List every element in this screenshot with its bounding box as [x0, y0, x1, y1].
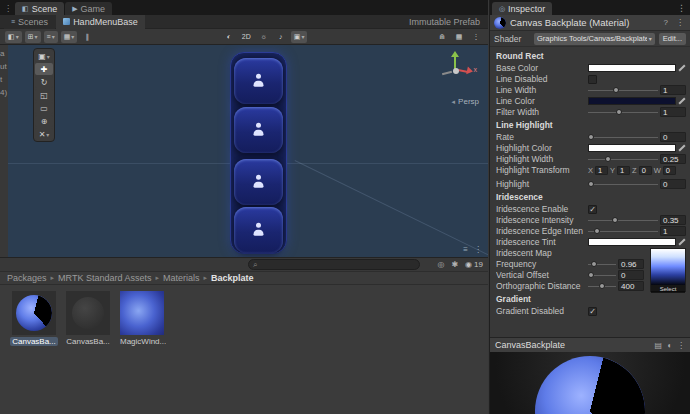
line-disabled-checkbox[interactable]	[588, 75, 597, 84]
tool-settings-button[interactable]: ▣▾	[35, 50, 53, 62]
project-search-input[interactable]: ⌕	[248, 259, 420, 270]
view-options-dropdown[interactable]: ⊞▾	[25, 31, 41, 43]
transform-tool-button[interactable]: ⊕	[35, 115, 53, 127]
transform-z-field[interactable]: 0	[639, 166, 652, 175]
tab-inspector[interactable]: ◎ Inspector	[492, 2, 552, 15]
scene-corner-list-icon[interactable]: ≡	[463, 245, 468, 254]
search-by-label-icon[interactable]: ✱	[451, 260, 458, 269]
asset-item-canvas-backplate[interactable]: CanvasBa...	[10, 291, 58, 414]
asset-item-canvas-backplate-2[interactable]: CanvasBa...	[64, 291, 112, 414]
preview-viewport[interactable]	[490, 352, 690, 414]
hidden-packages-toggle[interactable]: ◉ 19	[465, 260, 483, 269]
tab-scenes[interactable]: ≡ Scenes	[4, 15, 55, 29]
help-icon[interactable]: ?	[662, 18, 670, 27]
eyedropper-icon[interactable]	[678, 97, 686, 105]
rotate-tool-button[interactable]: ↻	[35, 76, 53, 88]
slider-knob[interactable]	[612, 217, 618, 223]
hand-menu-button[interactable]	[234, 58, 283, 104]
eyedropper-icon[interactable]	[678, 238, 686, 246]
filter-width-slider[interactable]	[588, 107, 658, 117]
preview-header[interactable]: CanvasBackplate ▤ ◐ ⋮	[490, 338, 690, 352]
highlight-width-slider[interactable]	[588, 154, 658, 164]
move-tool-button[interactable]: ✚	[35, 63, 53, 75]
slider-knob[interactable]	[594, 228, 600, 234]
tab-game[interactable]: ▶ Game	[65, 2, 112, 15]
layers-dropdown[interactable]: ≡▾	[44, 31, 58, 43]
rect-tool-button[interactable]: ▭	[35, 102, 53, 114]
slider-knob[interactable]	[588, 134, 594, 140]
lighting-toggle[interactable]: ☼	[257, 31, 271, 43]
scene-viewport[interactable]: ▣▾ ✚ ↻ ◱ ▭ ⊕ ✕▾ x ◄ Persp	[8, 45, 488, 257]
custom-tool-dropdown[interactable]: ✕▾	[35, 128, 53, 140]
context-menu-icon[interactable]: ⋮	[674, 18, 686, 27]
breadcrumb-packages[interactable]: Packages	[7, 273, 47, 283]
preview-menu-icon[interactable]: ⋮	[677, 341, 685, 350]
scene-toolbar-menu[interactable]: ⋮	[469, 31, 483, 43]
scene-orientation-gizmo[interactable]: x	[432, 51, 478, 93]
iridescence-edge-slider[interactable]	[588, 226, 658, 236]
inspector-menu-icon[interactable]: ⋮	[677, 3, 690, 15]
transform-w-field[interactable]: 0	[663, 166, 676, 175]
slider-knob[interactable]	[613, 87, 619, 93]
projection-toggle[interactable]: ◄ Persp	[450, 97, 479, 106]
preview-mode-icon[interactable]: ◐	[667, 341, 672, 350]
orthographic-distance-field[interactable]: 400	[618, 281, 644, 291]
highlight-color-swatch[interactable]	[588, 144, 676, 152]
gizmo-hub[interactable]	[453, 68, 459, 74]
iridescent-map-thumbnail[interactable]: Select	[650, 248, 686, 292]
panel-menu-icon[interactable]: ⋮	[2, 4, 14, 15]
rate-field[interactable]: 0	[660, 132, 686, 142]
transform-x-field[interactable]: 1	[595, 166, 608, 175]
breadcrumb-backplate[interactable]: Backplate	[211, 273, 254, 283]
hand-menu-button[interactable]	[234, 159, 283, 205]
iridescence-intensity-field[interactable]: 0.35	[660, 215, 686, 225]
2d-toggle[interactable]: 2D	[239, 31, 254, 43]
iridescence-edge-field[interactable]: 1	[660, 226, 686, 236]
highlight-field[interactable]: 0	[660, 179, 686, 189]
eyedropper-icon[interactable]	[678, 144, 686, 152]
slider-knob[interactable]	[588, 181, 594, 187]
tab-handmenubase[interactable]: HandMenuBase	[56, 15, 145, 29]
orthographic-distance-slider[interactable]	[588, 281, 616, 291]
eyedropper-icon[interactable]	[678, 64, 686, 72]
frequency-field[interactable]: 0.96	[618, 259, 644, 269]
rate-slider[interactable]	[588, 132, 658, 142]
shader-dropdown[interactable]: Graphics Tools/Canvas/Backplate ▾	[534, 33, 655, 45]
asset-item-magic-window[interactable]: MagicWind...	[118, 291, 166, 414]
render-doc-toggle[interactable]: ◐	[222, 31, 236, 43]
slider-knob[interactable]	[588, 272, 594, 278]
line-color-swatch[interactable]	[588, 97, 676, 105]
snap-toggle[interactable]: ⋒	[435, 31, 449, 43]
base-color-swatch[interactable]	[588, 64, 676, 72]
draw-mode-dropdown[interactable]: ◧▾	[5, 31, 22, 43]
breadcrumb-mrtk-standard-assets[interactable]: MRTK Standard Assets	[58, 273, 151, 283]
hand-menu-button[interactable]	[234, 107, 283, 153]
scale-tool-button[interactable]: ◱	[35, 89, 53, 101]
tab-scene[interactable]: ◧ Scene	[15, 2, 64, 15]
transform-y-field[interactable]: 1	[617, 166, 630, 175]
texture-select-button[interactable]: Select	[651, 285, 685, 293]
slider-knob[interactable]	[599, 283, 605, 289]
hand-menu-button[interactable]	[234, 207, 283, 253]
preview-dock-icon[interactable]: ▤	[655, 341, 663, 350]
hand-menu-backplate[interactable]	[230, 52, 287, 254]
effects-dropdown[interactable]: ▣▾	[291, 31, 308, 43]
slider-knob[interactable]	[616, 109, 622, 115]
iridescence-tint-swatch[interactable]	[588, 238, 676, 246]
iridescence-enable-checkbox[interactable]: ✓	[588, 205, 597, 214]
iridescence-intensity-slider[interactable]	[588, 215, 658, 225]
gradient-disabled-checkbox[interactable]: ✓	[588, 307, 597, 316]
highlight-slider[interactable]	[588, 179, 658, 189]
edit-shader-button[interactable]: Edit...	[659, 33, 686, 45]
slider-knob[interactable]	[605, 156, 611, 162]
breadcrumb-materials[interactable]: Materials	[163, 273, 200, 283]
grid-settings-dropdown[interactable]: ▦▾	[61, 31, 78, 43]
line-width-field[interactable]: 1	[660, 85, 686, 95]
vertical-offset-field[interactable]: 0	[618, 270, 644, 280]
audio-toggle[interactable]: ♪	[274, 31, 288, 43]
highlight-width-field[interactable]: 0.25	[660, 154, 686, 164]
grid-visibility-toggle[interactable]: ▦	[452, 31, 466, 43]
search-by-type-icon[interactable]: ◎	[437, 260, 444, 269]
scene-corner-menu-icon[interactable]: ⋮	[474, 245, 482, 254]
vertical-offset-slider[interactable]	[588, 270, 616, 280]
